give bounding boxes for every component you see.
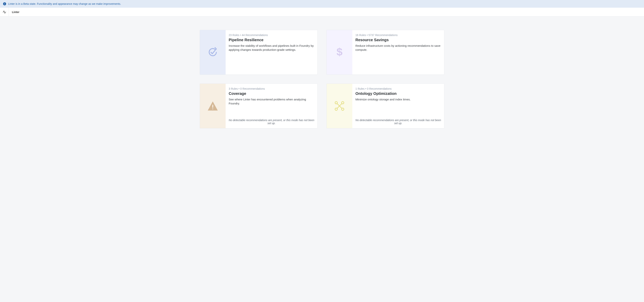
empty-state-message: No detectable recommendations are presen… <box>356 115 441 125</box>
card-title: Resource Savings <box>356 38 441 42</box>
card-title: Coverage <box>229 91 314 96</box>
card-icon-area <box>200 30 226 75</box>
card-description: See where Linter has encountered problem… <box>229 97 314 105</box>
svg-point-5 <box>335 102 337 104</box>
card-icon-area <box>326 84 352 128</box>
card-body: 1 Rules • 0 Recommendations Ontology Opt… <box>352 84 444 128</box>
cards-grid: 23 Rules • 44 Recommendations Pipeline R… <box>200 30 444 128</box>
card-title: Pipeline Resilience <box>229 38 314 42</box>
card-icon-area: $ <box>326 30 352 75</box>
svg-point-6 <box>342 102 344 104</box>
beta-banner: i Linter is in a Beta state. Functionali… <box>0 0 644 8</box>
card-description: Increase the stability of workflows and … <box>229 44 314 52</box>
svg-rect-2 <box>212 109 213 109</box>
app-icon[interactable] <box>0 8 9 16</box>
card-meta: 3 Rules • 0 Recommendations <box>229 87 314 90</box>
card-meta: 16 Rules • 5737 Recommendations <box>356 33 441 37</box>
empty-state-message: No detectable recommendations are presen… <box>229 115 314 125</box>
card-description: Reduce infrastructure costs by actioning… <box>356 44 441 52</box>
beta-banner-text: Linter is in a Beta state. Functionality… <box>8 2 121 5</box>
dollar-icon: $ <box>335 47 344 58</box>
graph-nodes-icon <box>334 100 345 112</box>
card-ontology-optimization[interactable]: 1 Rules • 0 Recommendations Ontology Opt… <box>326 84 444 128</box>
page-header: Linter <box>0 8 644 16</box>
svg-rect-1 <box>212 105 213 108</box>
pulse-icon <box>2 10 6 14</box>
svg-point-7 <box>335 108 337 110</box>
card-pipeline-resilience[interactable]: 23 Rules • 44 Recommendations Pipeline R… <box>200 30 318 75</box>
card-body: 23 Rules • 44 Recommendations Pipeline R… <box>226 30 318 75</box>
card-description: Minimize ontology storage and index time… <box>356 97 441 101</box>
card-meta: 23 Rules • 44 Recommendations <box>229 33 314 37</box>
card-title: Ontology Optimization <box>356 91 441 96</box>
card-body: 16 Rules • 5737 Recommendations Resource… <box>352 30 444 75</box>
card-icon-area <box>200 84 226 128</box>
svg-text:$: $ <box>336 47 342 58</box>
card-coverage[interactable]: 3 Rules • 0 Recommendations Coverage See… <box>200 84 318 128</box>
main-content: 23 Rules • 44 Recommendations Pipeline R… <box>0 16 644 140</box>
card-resource-savings[interactable]: $ 16 Rules • 5737 Recommendations Resour… <box>326 30 444 75</box>
warning-triangle-icon <box>207 101 218 111</box>
card-body: 3 Rules • 0 Recommendations Coverage See… <box>226 84 318 128</box>
svg-point-8 <box>342 108 344 110</box>
card-meta: 1 Rules • 0 Recommendations <box>356 87 441 90</box>
page-title: Linter <box>9 8 22 16</box>
refresh-check-icon <box>207 47 218 58</box>
info-icon: i <box>3 2 6 5</box>
